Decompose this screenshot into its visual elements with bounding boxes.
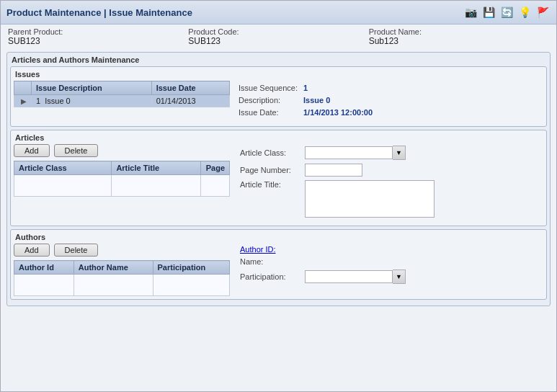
- table-row: [14, 275, 230, 296]
- issue-date-detail-label: Issue Date:: [239, 108, 303, 117]
- article-title-field-row: Article Title:: [240, 180, 539, 218]
- author-id-field-row: Author ID:: [240, 245, 539, 254]
- camera-icon[interactable]: 📷: [463, 4, 478, 20]
- page-title: Product Maintenance | Issue Maintenance: [6, 7, 192, 18]
- issues-col-num: [14, 81, 32, 95]
- articles-delete-button[interactable]: Delete: [54, 144, 99, 157]
- article-class-dropdown-arrow[interactable]: ▼: [393, 146, 406, 160]
- toolbar-icons: 📷 💾 🔄 💡 🚩: [463, 4, 551, 20]
- issue-date-detail-value: 1/14/2013 12:00:00: [303, 108, 373, 117]
- authors-col-name: Author Name: [73, 261, 153, 275]
- author-participation-cell: [153, 275, 230, 296]
- issue-date-row: Issue Date: 1/14/2013 12:00:00: [239, 108, 539, 117]
- lightbulb-icon[interactable]: 💡: [517, 4, 533, 20]
- author-name-label: Name:: [240, 257, 305, 266]
- articles-right: Article Class: ▼ Page Number: Article Ti…: [236, 144, 543, 223]
- save-icon[interactable]: 💾: [481, 4, 496, 20]
- article-class-field-row: Article Class: ▼: [240, 146, 539, 160]
- main-window: Product Maintenance | Issue Maintenance …: [0, 0, 557, 392]
- author-name-field-row: Name:: [240, 257, 539, 266]
- article-class-input[interactable]: [305, 146, 393, 159]
- issues-col-date: Issue Date: [151, 81, 229, 95]
- author-id-link[interactable]: Author ID:: [240, 245, 276, 254]
- article-class-label: Article Class:: [240, 148, 305, 157]
- author-id-cell: [14, 275, 74, 296]
- refresh-icon[interactable]: 🔄: [499, 4, 514, 20]
- issue-sequence-row: Issue Sequence: 1: [239, 84, 539, 92]
- authors-add-button[interactable]: Add: [14, 244, 50, 257]
- author-name-cell: [73, 275, 153, 296]
- issues-title: Issues: [14, 70, 543, 79]
- authors-title: Authors: [14, 233, 543, 241]
- issues-detail-area: Issue Sequence: 1 Description: Issue 0 I…: [234, 81, 543, 123]
- parent-product-group: Parent Product: SUB123: [8, 27, 188, 46]
- issue-date-cell[interactable]: 01/14/2013: [151, 95, 229, 107]
- title-bar: Product Maintenance | Issue Maintenance …: [1, 1, 556, 24]
- issue-description-cell[interactable]: 1 Issue 0: [32, 95, 152, 107]
- page-number-label: Page Number:: [240, 166, 305, 174]
- page-number-input[interactable]: [305, 164, 362, 177]
- issues-table: Issue Description Issue Date ▶ 1 Issue 0…: [14, 81, 230, 107]
- articles-authors-title: Articles and Authors Maintenance: [10, 55, 547, 64]
- info-row: Parent Product: SUB123 Product Code: SUB…: [1, 24, 556, 49]
- issue-sequence-label: Issue Sequence:: [239, 84, 303, 92]
- article-title-label: Article Title:: [240, 180, 305, 189]
- articles-table: Article Class Article Title Page: [14, 161, 230, 197]
- authors-right: Author ID: Name: Participation: ▼: [236, 244, 543, 296]
- row-arrow: ▶: [14, 95, 32, 107]
- articles-add-button[interactable]: Add: [14, 144, 50, 157]
- issue-description-detail-label: Description:: [239, 96, 303, 104]
- authors-btn-row: Add Delete: [14, 244, 230, 257]
- articles-col-class: Article Class: [14, 161, 112, 175]
- article-class-select-group: ▼: [305, 146, 406, 160]
- author-participation-field-row: Participation: ▼: [240, 270, 539, 284]
- page-number-field-row: Page Number:: [240, 164, 539, 177]
- authors-left: Add Delete Author Id Author Name Partici…: [14, 244, 230, 296]
- articles-title: Articles: [14, 133, 543, 142]
- table-row: [14, 175, 230, 197]
- issues-table-area: Issue Description Issue Date ▶ 1 Issue 0…: [14, 81, 230, 123]
- article-class-cell: [14, 175, 112, 197]
- articles-col-page: Page: [201, 161, 230, 175]
- article-title-cell: [112, 175, 201, 197]
- issues-col-description: Issue Description: [32, 81, 152, 95]
- author-participation-label: Participation:: [240, 272, 305, 281]
- product-name-label: Product Name:: [369, 27, 549, 36]
- article-page-cell: [201, 175, 230, 197]
- articles-layout: Add Delete Article Class Article Title P…: [14, 144, 543, 223]
- participation-dropdown-arrow[interactable]: ▼: [393, 270, 406, 284]
- authors-subsection: Authors Add Delete Author Id Author Name…: [10, 229, 547, 300]
- authors-table: Author Id Author Name Participation: [14, 260, 230, 296]
- product-name-group: Product Name: Sub123: [369, 27, 549, 46]
- articles-authors-section: Articles and Authors Maintenance Issues …: [6, 52, 551, 306]
- articles-subsection: Articles Add Delete Article Class Articl…: [10, 130, 547, 226]
- product-code-label: Product Code:: [188, 27, 368, 36]
- table-row[interactable]: ▶ 1 Issue 0 01/14/2013: [14, 95, 230, 107]
- product-code-group: Product Code: SUB123: [188, 27, 368, 46]
- authors-delete-button[interactable]: Delete: [54, 244, 99, 257]
- article-title-textarea[interactable]: [305, 180, 435, 218]
- parent-product-label: Parent Product:: [8, 27, 188, 36]
- authors-col-id: Author Id: [14, 261, 74, 275]
- issues-layout: Issue Description Issue Date ▶ 1 Issue 0…: [14, 81, 543, 123]
- participation-select-group: ▼: [305, 270, 406, 284]
- participation-input[interactable]: [305, 270, 393, 283]
- parent-product-value: SUB123: [8, 36, 188, 46]
- product-code-value: SUB123: [188, 36, 368, 46]
- flag-icon[interactable]: 🚩: [535, 4, 551, 20]
- articles-left: Add Delete Article Class Article Title P…: [14, 144, 230, 223]
- product-name-value: Sub123: [369, 36, 549, 46]
- authors-layout: Add Delete Author Id Author Name Partici…: [14, 244, 543, 296]
- issue-sequence-value: 1: [303, 84, 308, 92]
- authors-col-participation: Participation: [153, 261, 230, 275]
- issues-subsection: Issues Issue Description Issue Date: [10, 66, 547, 127]
- articles-btn-row: Add Delete: [14, 144, 230, 157]
- issue-description-row: Description: Issue 0: [239, 96, 539, 104]
- articles-col-title: Article Title: [112, 161, 201, 175]
- issue-description-detail-value: Issue 0: [303, 96, 330, 104]
